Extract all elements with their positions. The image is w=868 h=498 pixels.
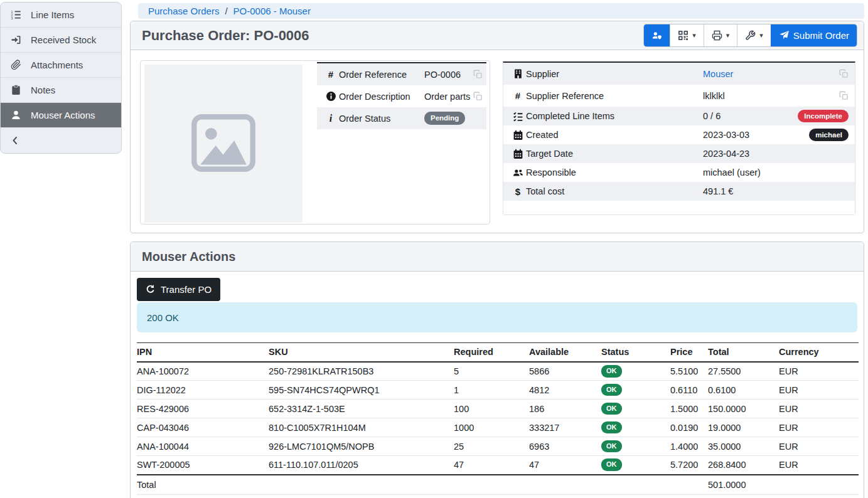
status-ok-badge: OK: [601, 403, 622, 415]
detail-row: Responsiblemichael (user): [503, 163, 855, 182]
supplier-link[interactable]: Mouser: [703, 69, 839, 79]
caret-down-icon: ▾: [759, 32, 763, 39]
cell-price: 1.4000: [670, 437, 708, 456]
cell-sku: 810-C1005X7R1H104M: [269, 418, 454, 437]
column-header-currency: Currency: [779, 343, 859, 362]
calendar-icon: [510, 149, 526, 159]
sidebar-item-line-items[interactable]: 123Line Items: [1, 3, 121, 28]
detail-value: lklklkl: [703, 91, 839, 101]
status-badge: Incomplete: [798, 110, 849, 122]
detail-row: Order DescriptionOrder parts: [317, 85, 486, 107]
table-row: DIG-112022595-SN74HCS74QPWRQ114812OK0.61…: [137, 381, 859, 400]
detail-row: #Order ReferencePO-0006: [317, 63, 486, 85]
cell-status: OK: [601, 381, 670, 400]
footer-total-label: Total: [137, 475, 708, 495]
cell-total: 27.5500: [708, 362, 779, 381]
clipboard-icon: [1, 85, 31, 95]
breadcrumb: Purchase Orders / PO-0006 - Mouser: [138, 3, 864, 19]
cell-price: 0.0190: [670, 418, 708, 437]
sidebar-item-mouser-actions[interactable]: Mouser Actions: [1, 103, 121, 128]
detail-row: Created2023-03-03michael: [503, 125, 855, 144]
cell-currency: EUR: [779, 400, 859, 418]
copy-icon[interactable]: [473, 70, 483, 79]
detail-label: Order Reference: [339, 70, 424, 80]
cell-total: 0.6100: [708, 381, 779, 400]
tools-icon: [745, 30, 756, 41]
table-footer-row: Total 501.0000: [137, 475, 859, 495]
barcode-dropdown-button[interactable]: ▾: [670, 24, 704, 46]
hash-icon: #: [510, 90, 526, 101]
detail-value: PO-0006: [424, 70, 473, 80]
page-title: Purchase Order: PO-0006: [137, 28, 309, 44]
copy-icon[interactable]: [839, 91, 849, 100]
mouser-actions-title: Mouser Actions: [137, 250, 235, 264]
hash-icon: #: [323, 69, 339, 80]
footer-total-value: 501.0000: [708, 475, 779, 495]
order-image-placeholder[interactable]: [144, 65, 303, 223]
detail-row: SupplierMouser: [503, 63, 855, 85]
submit-order-button[interactable]: Submit Order: [771, 24, 857, 46]
sidebar-item-attachments[interactable]: Attachments: [1, 53, 121, 78]
detail-label: Supplier: [526, 69, 703, 79]
cell-currency: EUR: [779, 362, 859, 381]
send-icon: [779, 30, 790, 41]
status-badge: Pending: [424, 112, 465, 124]
empty-row: [503, 201, 855, 215]
status-alert: 200 OK: [137, 302, 857, 332]
cell-available: 186: [529, 400, 601, 418]
cell-available: 47: [529, 456, 601, 475]
cell-available: 333217: [529, 418, 601, 437]
cell-total: 19.0000: [708, 418, 779, 437]
building-icon: [510, 68, 526, 79]
cell-currency: EUR: [779, 418, 859, 437]
sidebar-item-label: Line Items: [31, 9, 74, 20]
sidebar-item-received-stock[interactable]: Received Stock: [1, 28, 121, 53]
line-items-table: IPNSKURequiredAvailableStatusPriceTotalC…: [137, 342, 859, 495]
detail-label: Target Date: [526, 149, 703, 159]
status-badge: michael: [809, 129, 849, 141]
breadcrumb-link-purchase-orders[interactable]: Purchase Orders: [148, 6, 219, 16]
table-row: RES-429006652-3314Z-1-503E100186OK1.5000…: [137, 400, 859, 418]
order-image-card: #Order ReferencePO-0006Order Description…: [140, 60, 490, 225]
detail-row: iOrder StatusPending: [317, 107, 486, 129]
detail-label: Order Status: [339, 114, 424, 124]
print-dropdown-button[interactable]: ▾: [704, 24, 737, 46]
sidebar: 123Line ItemsReceived StockAttachmentsNo…: [0, 2, 122, 154]
cell-currency: EUR: [779, 437, 859, 456]
breadcrumb-link-current[interactable]: PO-0006 - Mouser: [233, 6, 311, 16]
cell-ipn: ANA-100044: [137, 437, 269, 456]
sidebar-item-label: Received Stock: [31, 34, 96, 45]
status-ok-badge: OK: [601, 365, 622, 378]
column-header-required: Required: [454, 343, 529, 362]
status-ok-badge: OK: [601, 440, 622, 453]
mouser-actions-panel: Mouser Actions Transfer PO 200 OK IPNSKU…: [130, 241, 864, 498]
caret-down-icon: ▾: [726, 32, 730, 39]
user-permissions-button[interactable]: [644, 24, 670, 46]
detail-label: Responsible: [526, 167, 703, 177]
printer-icon: [712, 30, 722, 41]
cell-total: 150.0000: [708, 400, 779, 418]
chevron-left-icon: [10, 135, 20, 146]
mouser-actions-body: Transfer PO 200 OK IPNSKURequiredAvailab…: [131, 272, 864, 498]
column-header-available: Available: [529, 343, 601, 362]
detail-label: Created: [526, 130, 703, 140]
status-ok-badge: OK: [601, 384, 622, 396]
sidebar-collapse-button[interactable]: [1, 128, 121, 153]
cell-required: 100: [454, 400, 529, 418]
copy-icon[interactable]: [839, 69, 849, 78]
paperclip-icon: [1, 60, 31, 70]
status-ok-badge: OK: [601, 458, 622, 471]
table-row: CAP-043046810-C1005X7R1H104M1000333217OK…: [137, 418, 859, 437]
cell-total: 268.8400: [708, 456, 779, 475]
svg-text:3: 3: [11, 16, 13, 20]
cell-sku: 611-110.107.011/0205: [269, 456, 454, 475]
cell-status: OK: [601, 456, 670, 475]
order-actions-dropdown-button[interactable]: ▾: [737, 24, 771, 46]
sidebar-item-label: Attachments: [31, 60, 83, 70]
transfer-po-button[interactable]: Transfer PO: [137, 278, 220, 301]
cell-price: 5.7200: [670, 456, 708, 475]
sidebar-item-notes[interactable]: Notes: [1, 78, 121, 103]
cell-required: 47: [454, 456, 529, 475]
header-button-group: ▾ ▾ ▾ Submit Order: [643, 24, 857, 47]
copy-icon[interactable]: [473, 92, 483, 101]
